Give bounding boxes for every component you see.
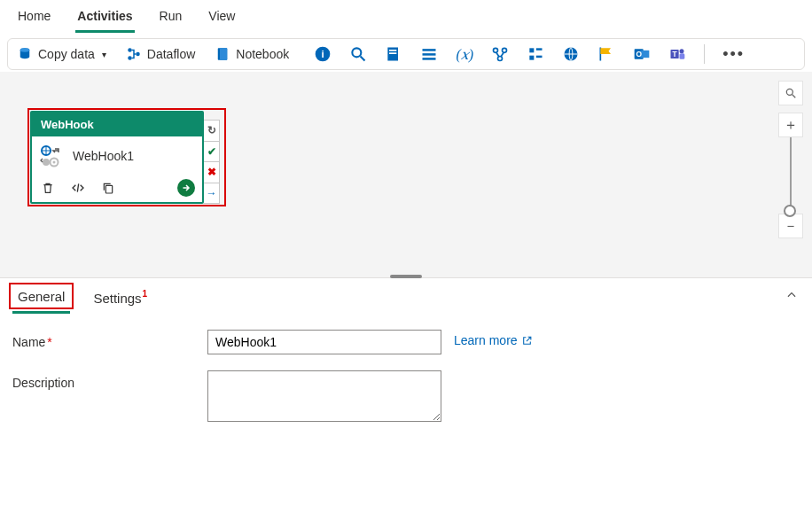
menu-run[interactable]: Run [158, 5, 184, 33]
svg-rect-12 [389, 50, 396, 51]
toolbar-separator [704, 44, 705, 64]
properties-panel: General Settings1 Name* Learn more Descr… [0, 277, 812, 422]
svg-rect-6 [220, 48, 227, 60]
svg-point-37 [786, 89, 792, 95]
name-field-label: Name* [12, 330, 207, 349]
globe-icon[interactable] [562, 45, 580, 63]
svg-point-1 [20, 48, 30, 52]
search-icon[interactable] [349, 45, 367, 63]
description-field-label: Description [12, 370, 207, 390]
svg-rect-30 [680, 53, 685, 59]
more-icon[interactable]: ••• [722, 45, 745, 64]
chevron-down-icon: ▾ [102, 50, 106, 59]
port-failure[interactable]: ✖ [204, 162, 219, 183]
learn-more-link[interactable]: Learn more [454, 330, 533, 347]
zoom-slider-knob[interactable] [784, 205, 796, 217]
port-retry[interactable]: ↻ [204, 121, 219, 142]
svg-rect-36 [105, 185, 112, 193]
svg-text:i: i [322, 48, 324, 59]
toolbar-icon-group: i (𝑥) O T ••• [314, 44, 745, 64]
database-icon [17, 46, 33, 62]
webhook-icon [39, 144, 64, 168]
svg-point-33 [43, 159, 50, 166]
svg-point-17 [494, 48, 498, 52]
arrow-right-icon [181, 183, 191, 193]
copy-icon[interactable] [101, 181, 115, 195]
code-icon[interactable] [71, 181, 85, 195]
flag-icon[interactable] [597, 45, 615, 63]
run-node-button[interactable] [177, 179, 195, 197]
outlook-icon[interactable]: O [633, 45, 651, 63]
svg-rect-23 [536, 56, 543, 58]
port-completion[interactable]: → [204, 183, 219, 204]
svg-line-10 [361, 57, 365, 61]
svg-rect-20 [530, 48, 535, 52]
collapse-panel-button[interactable] [785, 289, 798, 304]
svg-rect-13 [389, 52, 396, 54]
teams-icon[interactable]: T [668, 45, 686, 63]
canvas-search-button[interactable] [778, 81, 803, 105]
toolbar: Copy data ▾ Dataflow Notebook i (𝑥) O T … [7, 38, 805, 70]
svg-point-3 [128, 56, 132, 60]
design-canvas[interactable]: WebHook WebHook1 [0, 72, 812, 277]
menu-view[interactable]: View [207, 5, 237, 33]
name-input[interactable] [207, 330, 441, 354]
zoom-slider[interactable] [790, 137, 792, 214]
pipeline-icon[interactable] [491, 45, 509, 63]
node-output-ports: ↻ ✔ ✖ → [204, 120, 220, 204]
svg-point-29 [680, 49, 684, 53]
svg-point-2 [128, 48, 132, 52]
chevron-up-icon [785, 289, 798, 301]
svg-point-9 [353, 48, 362, 57]
dataflow-button[interactable]: Dataflow [126, 46, 195, 62]
tab-general[interactable]: General [12, 285, 70, 314]
tab-settings[interactable]: Settings1 [88, 287, 152, 313]
copy-data-button[interactable]: Copy data ▾ [17, 46, 106, 62]
svg-text:O: O [636, 50, 643, 58]
settings-error-badge: 1 [143, 289, 148, 299]
menu-home[interactable]: Home [16, 5, 52, 33]
svg-rect-22 [536, 48, 543, 51]
external-link-icon [521, 335, 533, 346]
script-icon[interactable] [385, 45, 402, 63]
top-menu: Home Activities Run View [0, 0, 812, 33]
node-instance-name: WebHook1 [73, 149, 134, 163]
variable-icon[interactable]: (𝑥) [456, 45, 473, 63]
menu-activities[interactable]: Activities [75, 5, 134, 33]
svg-rect-16 [423, 58, 436, 60]
svg-line-38 [792, 95, 796, 98]
notebook-icon [215, 46, 230, 62]
list-icon[interactable] [420, 45, 438, 63]
form-icon[interactable] [527, 45, 544, 63]
delete-icon[interactable] [41, 181, 55, 195]
zoom-out-button[interactable]: － [778, 214, 803, 238]
info-icon[interactable]: i [314, 45, 332, 63]
webhook-activity-node[interactable]: WebHook WebHook1 [30, 111, 220, 204]
svg-text:T: T [673, 50, 677, 58]
svg-rect-15 [423, 53, 436, 56]
node-type-label: WebHook [32, 113, 202, 136]
svg-rect-21 [530, 56, 535, 60]
canvas-zoom-controls: ＋ － [778, 81, 803, 238]
description-input[interactable] [207, 370, 441, 422]
svg-point-18 [503, 48, 507, 52]
svg-point-4 [136, 52, 140, 57]
notebook-button[interactable]: Notebook [215, 46, 289, 62]
port-success[interactable]: ✔ [204, 142, 219, 163]
branch-icon [126, 46, 142, 62]
svg-point-35 [53, 161, 56, 164]
svg-rect-14 [423, 49, 436, 51]
zoom-in-button[interactable]: ＋ [778, 113, 803, 137]
